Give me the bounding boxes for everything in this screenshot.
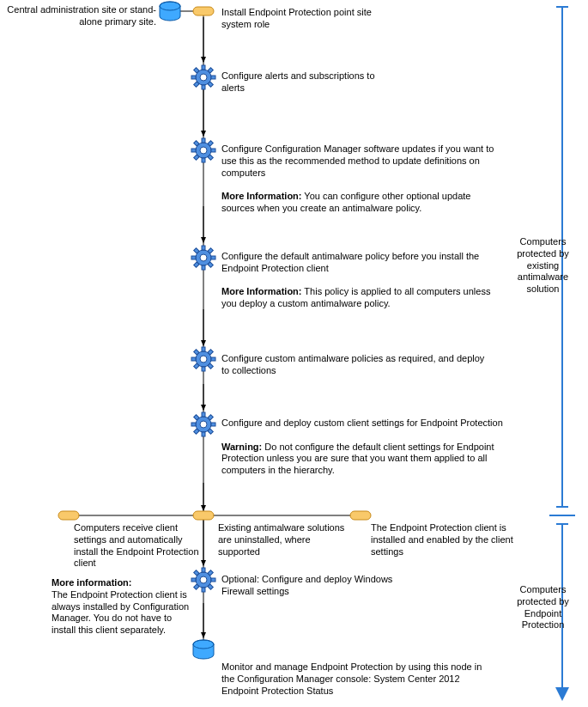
step-software-updates-text: Configure Configuration Manager software… [221,143,494,178]
more-info-block: More information: The Endpoint Protectio… [52,577,193,637]
side-label-endpoint: Computers protected by Endpoint Protecti… [511,584,575,631]
more-info-body: The Endpoint Protection client is always… [52,589,189,635]
branch-right-text: The Endpoint Protection client is instal… [371,522,525,558]
warning-label: Warning: [221,442,262,452]
node-branch-right-icon [350,511,371,520]
node-top-icon [193,7,214,15]
step-firewall: Optional: Configure and deploy Windows F… [221,574,419,598]
step-default-antimalware: Configure the default antimalware policy… [221,251,505,310]
more-info-label: More Information: [221,286,302,296]
step-software-updates: Configure Configuration Manager software… [221,143,505,215]
step-install-role: Install Endpoint Protection point site s… [221,7,385,31]
step-client-settings-text: Configure and deploy custom client setti… [221,417,503,428]
gear-icon [186,133,221,168]
more-info-label: More Information: [221,191,302,201]
step-custom-antimalware: Configure custom antimalware policies as… [221,353,488,377]
step-client-settings: Configure and deploy custom client setti… [221,417,505,477]
step-default-antimalware-text: Configure the default antimalware policy… [221,251,479,273]
node-branch-left-icon [58,511,79,520]
branch-left-text: Computers receive client settings and au… [74,522,203,570]
step-configure-alerts: Configure alerts and subscriptions to al… [221,70,393,94]
gear-icon [186,407,221,442]
side-label-existing: Computers protected by existing antimalw… [511,236,575,296]
branch-mid-text: Existing antimalware solutions are unins… [218,522,347,558]
gear-icon [186,60,221,94]
database-icon [193,640,214,659]
more-info-heading: More information: [52,577,132,588]
gear-icon [186,241,221,275]
step-monitor: Monitor and manage Endpoint Protection b… [221,661,488,697]
database-icon [160,2,180,21]
gear-icon [186,342,221,376]
central-admin-label: Central administration site or stand-alo… [2,4,156,28]
warning-text: Do not configure the default client sett… [221,442,494,476]
node-branch-mid-icon [193,511,214,520]
